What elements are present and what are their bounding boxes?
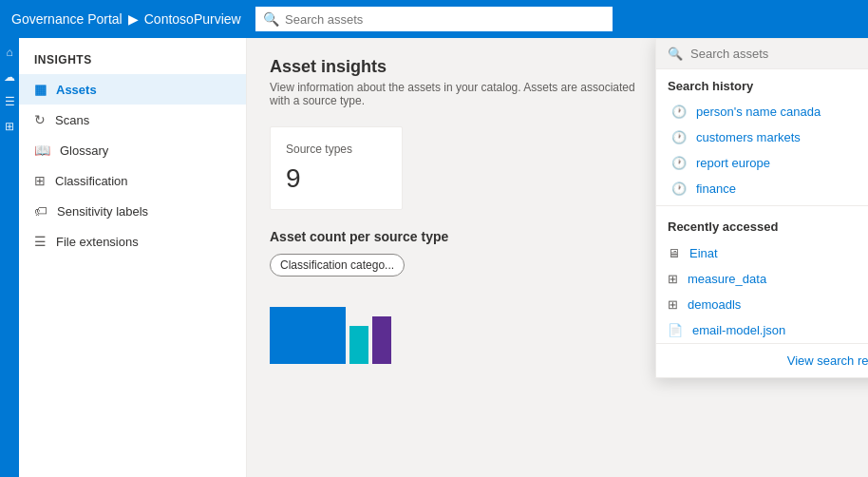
history-clock-icon-1: 🕐 (671, 105, 687, 119)
sidebar-item-file-extensions-label: File extensions (56, 235, 139, 249)
recent-text-1: Einat (689, 246, 718, 260)
sidebar-item-file-extensions[interactable]: ☰ File extensions (19, 226, 246, 257)
recently-accessed-header: Recently accessed View all (656, 205, 868, 240)
sensitivity-icon: 🏷 (34, 203, 47, 219)
bar-purple (372, 316, 391, 364)
glossary-icon: 📖 (34, 143, 50, 158)
main-layout: ⌂ ☁ ☰ ⊞ Insights ▦ Assets ↻ Scans 📖 Glos… (0, 38, 868, 477)
rail-list-icon[interactable]: ☰ (5, 95, 15, 108)
classification-icon: ⊞ (34, 173, 46, 188)
recent-item-4[interactable]: 📄 email-model.json (656, 317, 868, 343)
sidebar-item-scans-label: Scans (55, 113, 89, 127)
source-types-label: Source types (286, 143, 387, 156)
history-item-3[interactable]: 🕐 report europe (668, 150, 868, 176)
dropdown-search-header: 🔍 (656, 39, 868, 69)
main-content: Asset insights View information about th… (247, 38, 868, 477)
assets-icon: ▦ (34, 82, 47, 97)
view-search-results-link[interactable]: View search results (787, 353, 868, 368)
recent-text-2: measure_data (688, 272, 766, 286)
sidebar-item-assets-label: Assets (56, 83, 97, 97)
search-history-title: Search history (668, 79, 868, 93)
history-clock-icon-4: 🕐 (671, 181, 687, 196)
rail-grid-icon[interactable]: ⊞ (5, 120, 14, 133)
rail-home-icon[interactable]: ⌂ (6, 46, 12, 59)
recent-text-3: demoadls (688, 297, 741, 312)
sidebar-item-sensitivity-label: Sensitivity labels (57, 204, 148, 219)
history-text-1: person's name canada (696, 105, 821, 119)
recently-accessed-title: Recently accessed (668, 219, 778, 234)
topbar-title: Governance Portal ▶ ContosoPurview (11, 11, 241, 27)
dropdown-search-icon: 🔍 (668, 47, 683, 61)
history-item-2[interactable]: 🕐 customers markets (668, 124, 868, 150)
recent-text-4: email-model.json (692, 323, 785, 337)
breadcrumb-chevron: ▶ (128, 11, 139, 27)
topbar-search-box[interactable]: 🔍 (254, 5, 614, 33)
bar-blue (270, 307, 346, 364)
recent-item-1[interactable]: 🖥 Einat (656, 240, 868, 266)
sidebar-item-glossary[interactable]: 📖 Glossary (19, 135, 246, 165)
sidebar: Insights ▦ Assets ↻ Scans 📖 Glossary ⊞ C… (19, 38, 247, 477)
recent-monitor-icon: 🖥 (668, 246, 680, 260)
bar-teal (349, 326, 368, 364)
history-text-3: report europe (696, 156, 770, 170)
history-item-1[interactable]: 🕐 person's name canada (668, 99, 868, 124)
history-item-4[interactable]: 🕐 finance (668, 176, 868, 201)
classification-filter-button[interactable]: Classification catego... (270, 254, 405, 277)
search-history-section: Search history 🕐 person's name canada 🕐 … (656, 69, 868, 205)
history-clock-icon-3: 🕐 (671, 156, 687, 170)
recent-table-icon-1: ⊞ (668, 272, 678, 286)
recent-file-icon: 📄 (668, 323, 683, 337)
recent-table-icon-2: ⊞ (668, 297, 678, 312)
tenant-name: ContosoPurview (144, 11, 241, 27)
page-description: View information about the assets in you… (270, 81, 650, 107)
dropdown-search-input[interactable] (690, 47, 868, 61)
search-icon: 🔍 (263, 11, 279, 27)
sidebar-section-title: Insights (19, 49, 246, 74)
recent-item-3[interactable]: ⊞ demoadls (656, 292, 868, 317)
recent-item-2[interactable]: ⊞ measure_data (656, 266, 868, 292)
sidebar-item-assets[interactable]: ▦ Assets (19, 74, 246, 105)
sidebar-item-glossary-label: Glossary (60, 143, 108, 158)
sidebar-item-classification[interactable]: ⊞ Classification (19, 165, 246, 196)
rail-cloud-icon[interactable]: ☁ (4, 70, 15, 84)
portal-name: Governance Portal (11, 11, 123, 27)
icon-rail: ⌂ ☁ ☰ ⊞ (0, 38, 19, 477)
sidebar-item-sensitivity-labels[interactable]: 🏷 Sensitivity labels (19, 196, 246, 226)
source-types-value: 9 (286, 163, 387, 194)
history-clock-icon-2: 🕐 (671, 130, 687, 144)
history-text-4: finance (696, 181, 736, 196)
file-extensions-icon: ☰ (34, 234, 47, 249)
source-types-card: Source types 9 (270, 126, 403, 210)
topbar: Governance Portal ▶ ContosoPurview 🔍 (0, 0, 868, 38)
dropdown-footer: View search results (656, 343, 868, 377)
sidebar-item-scans[interactable]: ↻ Scans (19, 105, 246, 135)
history-text-2: customers markets (696, 130, 801, 144)
search-input[interactable] (285, 12, 605, 27)
scans-icon: ↻ (34, 112, 46, 127)
search-dropdown: 🔍 Search history 🕐 person's name canada … (655, 38, 868, 378)
sidebar-item-classification-label: Classification (55, 174, 128, 188)
